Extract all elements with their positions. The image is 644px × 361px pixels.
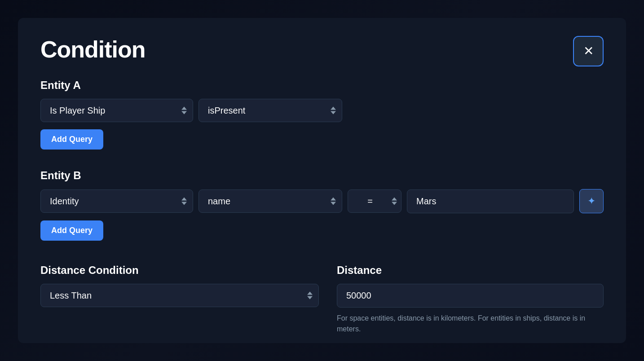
distance-label: Distance bbox=[337, 264, 604, 277]
entity-a-section: Entity A Is Player Ship Identity Positio… bbox=[40, 79, 604, 158]
close-button[interactable]: ✕ bbox=[573, 36, 604, 66]
modal-title: Condition bbox=[40, 36, 146, 63]
entity-b-type-select[interactable]: Identity Is Player Ship Position bbox=[40, 189, 193, 213]
entity-b-section: Entity B Identity Is Player Ship Positio… bbox=[40, 169, 604, 250]
entity-b-row: Identity Is Player Ship Position name is… bbox=[40, 189, 604, 213]
distance-condition-select-wrapper: Less Than Greater Than Equal To bbox=[40, 284, 319, 307]
entity-b-operator-wrapper: = != > < bbox=[348, 189, 401, 213]
entity-b-query-select[interactable]: name isPresent isAbsent bbox=[198, 189, 342, 213]
distance-condition-select[interactable]: Less Than Greater Than Equal To bbox=[40, 284, 319, 307]
entity-a-type-wrapper: Is Player Ship Identity Position bbox=[40, 99, 193, 122]
magic-button[interactable]: ✦ bbox=[579, 189, 604, 213]
entity-a-query-select[interactable]: isPresent isAbsent bbox=[198, 99, 342, 122]
entity-a-row: Is Player Ship Identity Position isPrese… bbox=[40, 99, 604, 122]
modal-header: Condition ✕ bbox=[40, 36, 604, 66]
entity-b-value-wrapper bbox=[407, 189, 574, 213]
entity-b-value-input[interactable] bbox=[407, 189, 574, 213]
distance-condition-col: Distance Condition Less Than Greater Tha… bbox=[40, 264, 319, 335]
distance-input-wrapper bbox=[337, 284, 604, 308]
close-icon: ✕ bbox=[583, 45, 594, 57]
entity-b-query-wrapper: name isPresent isAbsent bbox=[198, 189, 342, 213]
condition-modal: Condition ✕ Entity A Is Player Ship Iden… bbox=[18, 18, 626, 343]
entity-a-query-wrapper: isPresent isAbsent bbox=[198, 99, 342, 122]
distance-hint: For space entities, distance is in kilom… bbox=[337, 313, 604, 335]
entity-b-operator-select[interactable]: = != > < bbox=[348, 189, 401, 213]
distance-col: Distance For space entities, distance is… bbox=[337, 264, 604, 335]
entity-a-label: Entity A bbox=[40, 79, 604, 92]
entity-b-type-wrapper: Identity Is Player Ship Position bbox=[40, 189, 193, 213]
distance-condition-label: Distance Condition bbox=[40, 264, 319, 277]
entity-b-add-query-button[interactable]: Add Query bbox=[40, 220, 103, 241]
sparkle-icon: ✦ bbox=[587, 195, 595, 207]
entity-b-label: Entity B bbox=[40, 169, 604, 182]
entity-a-type-select[interactable]: Is Player Ship Identity Position bbox=[40, 99, 193, 122]
bottom-section: Distance Condition Less Than Greater Tha… bbox=[40, 264, 604, 335]
entity-a-add-query-button[interactable]: Add Query bbox=[40, 129, 103, 150]
distance-input[interactable] bbox=[337, 284, 604, 308]
